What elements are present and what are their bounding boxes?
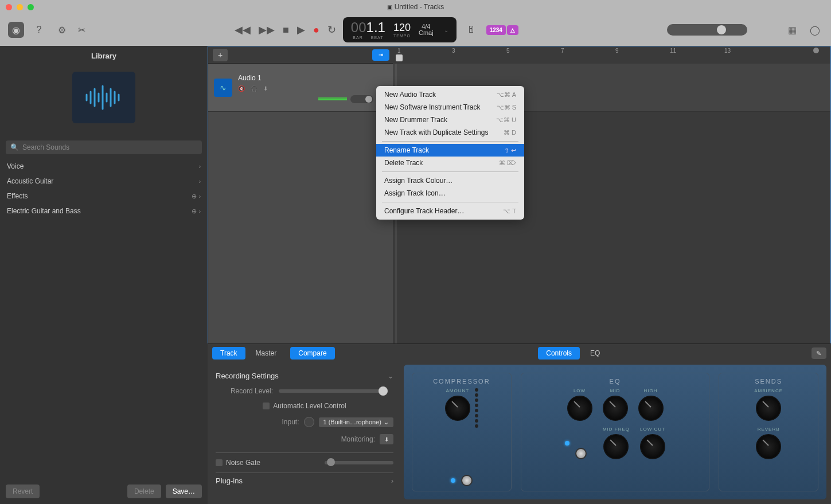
library-category-list: Voice›Acoustic Guitar›Effects⊕›Electric … — [0, 159, 208, 479]
lcd-display[interactable]: 001.1 BARBEAT 120 TEMPO 4/4 Cmaj ⌄ — [343, 17, 457, 42]
menu-item[interactable]: New Drummer Track⌥⌘ U — [376, 114, 524, 126]
record-level-slider[interactable] — [279, 389, 388, 393]
eq-led — [565, 441, 569, 446]
monitoring-button[interactable]: ⬇ — [380, 434, 393, 444]
reverb-knob[interactable] — [756, 434, 781, 459]
eq-low-knob[interactable] — [567, 396, 592, 421]
cycle-button[interactable]: ↻ — [327, 24, 336, 36]
plugins-chevron-icon[interactable]: › — [391, 477, 393, 485]
auto-level-label: Automatic Level Control — [273, 402, 346, 410]
timeline-ruler[interactable]: 135791113 — [393, 46, 830, 64]
compressor-led — [451, 478, 455, 483]
window-controls — [0, 4, 34, 10]
menu-item[interactable]: Assign Track Icon… — [376, 187, 524, 200]
volume-meter — [318, 97, 347, 101]
eq-jack[interactable] — [575, 448, 587, 459]
tab-track[interactable]: Track — [212, 347, 245, 360]
record-button[interactable]: ● — [313, 24, 319, 36]
collapse-icon[interactable]: ⌄ — [388, 372, 393, 380]
loop-browser-button[interactable]: ◯ — [807, 22, 823, 38]
track-name-label: Audio 1 — [238, 74, 387, 82]
compressor-amount-knob[interactable] — [445, 396, 470, 421]
download-icon: ⊕ — [192, 193, 197, 200]
zoom-window-button[interactable] — [28, 4, 34, 10]
lcd-beat: 1.1 — [366, 19, 385, 35]
notepad-button[interactable]: ▦ — [784, 22, 800, 38]
rewind-button[interactable]: ◀◀ — [235, 24, 251, 36]
library-patch-icon — [72, 72, 135, 123]
count-in-badge[interactable]: 1234 — [486, 25, 506, 35]
add-track-button[interactable]: + — [213, 49, 228, 61]
menu-item[interactable]: New Track with Duplicate Settings⌘ D — [376, 126, 524, 139]
edit-smart-controls-button[interactable]: ✎ — [812, 347, 826, 359]
headphone-button[interactable]: 🎧 — [251, 85, 260, 93]
mute-button[interactable]: 🔇 — [238, 85, 247, 93]
input-select[interactable]: 1 (Built-in…rophone)⌄ — [319, 417, 394, 427]
play-button[interactable]: ▶ — [297, 24, 305, 36]
library-toggle-button[interactable]: ◉ — [8, 22, 24, 38]
auto-level-checkbox[interactable] — [263, 403, 270, 409]
smart-controls-panel: Track Master Compare Controls EQ ✎ Recor… — [208, 343, 831, 504]
eq-high-knob[interactable] — [638, 396, 664, 421]
revert-button[interactable]: Revert — [6, 485, 40, 498]
library-category-item[interactable]: Effects⊕› — [0, 189, 208, 204]
settings-button[interactable]: ⚙ — [54, 22, 70, 38]
noise-gate-slider[interactable] — [325, 461, 393, 464]
input-format-button[interactable] — [304, 417, 314, 427]
toolbar: ◉ ? ⚙ ✂ ◀◀ ▶▶ ■ ▶ ● ↻ 001.1 BARBEAT 120 … — [0, 14, 831, 46]
menu-item[interactable]: Assign Track Colour… — [376, 174, 524, 187]
ruler-number: 3 — [452, 48, 455, 54]
fx-panel: COMPRESSOR AMOUNT EQ — [404, 365, 826, 499]
playhead-marker[interactable] — [396, 54, 403, 61]
tuner-button[interactable]: 🎚 — [463, 22, 479, 38]
close-window-button[interactable] — [6, 4, 12, 10]
titlebar: ▣Untitled - Tracks — [0, 0, 831, 14]
volume-slider[interactable] — [350, 95, 373, 103]
library-category-item[interactable]: Voice› — [0, 159, 208, 174]
metronome-badge[interactable]: △ — [507, 25, 518, 35]
library-category-item[interactable]: Acoustic Guitar› — [0, 174, 208, 189]
eq-midfreq-knob[interactable] — [603, 434, 629, 459]
track-icon: ∿ — [214, 79, 232, 97]
forward-button[interactable]: ▶▶ — [259, 24, 275, 36]
ruler-number: 1 — [397, 48, 401, 54]
quick-help-button[interactable]: ? — [31, 22, 47, 38]
compressor-meter — [475, 388, 478, 428]
ambience-knob[interactable] — [756, 396, 781, 421]
stop-button[interactable]: ■ — [283, 24, 289, 36]
delete-patch-button[interactable]: Delete — [127, 485, 161, 498]
tab-controls[interactable]: Controls — [538, 347, 580, 360]
catch-playhead-button[interactable]: ⇥ — [372, 49, 389, 61]
menu-item[interactable]: Delete Track⌘ ⌦ — [376, 157, 524, 169]
tab-eq[interactable]: EQ — [582, 347, 608, 360]
window-title: ▣Untitled - Tracks — [387, 3, 444, 11]
library-category-item[interactable]: Electric Guitar and Bass⊕› — [0, 204, 208, 218]
lcd-tempo: 120 — [393, 22, 411, 33]
menu-item[interactable]: New Software Instrument Track⌥⌘ S — [376, 101, 524, 114]
recording-settings-title: Recording Settings — [216, 372, 279, 380]
tab-master[interactable]: Master — [248, 347, 285, 360]
lcd-menu-chevron-icon[interactable]: ⌄ — [444, 27, 448, 33]
master-volume-slider[interactable] — [667, 24, 747, 36]
minimize-window-button[interactable] — [17, 4, 23, 10]
end-marker[interactable] — [813, 48, 819, 53]
ruler-number: 5 — [506, 48, 510, 54]
eq-mid-knob[interactable] — [603, 396, 628, 421]
waveform-icon — [84, 83, 124, 112]
lcd-key: Cmaj — [419, 30, 434, 36]
chevron-right-icon: › — [199, 208, 201, 214]
compressor-jack[interactable] — [461, 475, 473, 486]
plugins-title: Plug-ins — [216, 476, 243, 485]
save-patch-button[interactable]: Save… — [166, 485, 202, 498]
eq-lowcut-knob[interactable] — [640, 434, 665, 459]
input-monitor-button[interactable]: ⬇ — [263, 85, 272, 93]
menu-item[interactable]: New Audio Track⌥⌘ A — [376, 88, 524, 101]
track-header-audio1[interactable]: ∿ Audio 1 🔇 🎧 ⬇ — [208, 64, 393, 112]
ruler-number: 9 — [615, 48, 619, 54]
scissors-button[interactable]: ✂ — [77, 22, 86, 38]
menu-item[interactable]: Rename Track⇧ ↩ — [376, 144, 524, 157]
menu-item[interactable]: Configure Track Header…⌥ T — [376, 205, 524, 217]
noise-gate-checkbox[interactable] — [216, 459, 223, 466]
compare-button[interactable]: Compare — [290, 347, 334, 360]
search-sounds-input[interactable]: 🔍 Search Sounds — [6, 140, 202, 154]
